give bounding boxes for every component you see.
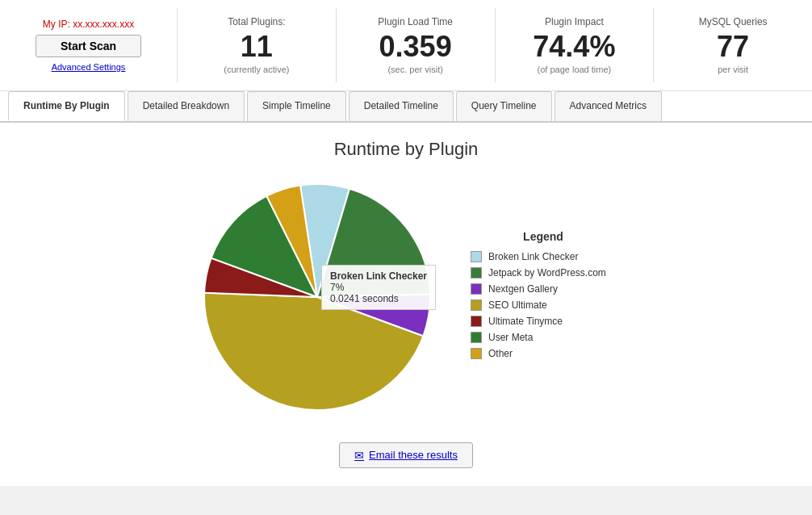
tabs-bar: Runtime By PluginDetailed BreakdownSimpl…	[0, 91, 812, 123]
legend-item-0: Broken Link Checker	[471, 251, 616, 262]
legend-label-0: Broken Link Checker	[488, 251, 578, 262]
legend-title: Legend	[471, 230, 616, 243]
legend-items: Broken Link Checker Jetpack by WordPress…	[471, 251, 616, 359]
email-btn-row: ✉ Email these results	[16, 442, 796, 468]
stat-sub-2: (of page load time)	[538, 65, 612, 74]
legend-swatch-5	[471, 332, 482, 343]
tab-query-timeline[interactable]: Query Timeline	[456, 91, 552, 121]
chart-title: Runtime by Plugin	[16, 139, 796, 160]
advanced-settings-link[interactable]: Advanced Settings	[52, 62, 126, 72]
tab-detailed-breakdown[interactable]: Detailed Breakdown	[128, 91, 245, 121]
legend-label-5: User Meta	[488, 332, 533, 343]
chart-area: Broken Link Checker 7% 0.0241 seconds Le…	[16, 176, 796, 418]
pie-container: Broken Link Checker 7% 0.0241 seconds	[196, 176, 438, 418]
legend-item-4: Ultimate Tinymce	[471, 316, 616, 327]
legend-swatch-2	[471, 283, 482, 295]
legend-item-6: Other	[471, 348, 616, 359]
stat-box-3: MySQL Queries 77 per visit	[654, 8, 812, 82]
tab-advanced-metrics[interactable]: Advanced Metrics	[555, 91, 662, 121]
my-ip-label: My IP: xx.xxx.xxx.xxx	[43, 19, 134, 30]
legend-label-2: Nextgen Gallery	[488, 283, 558, 295]
legend-swatch-4	[471, 316, 482, 327]
tab-simple-timeline[interactable]: Simple Timeline	[247, 91, 346, 121]
legend-item-5: User Meta	[471, 332, 616, 343]
my-ip-box: My IP: xx.xxx.xxx.xxx Start Scan Advance…	[0, 8, 178, 82]
legend: Legend Broken Link Checker Jetpack by Wo…	[471, 230, 616, 364]
email-label: Email these results	[369, 449, 458, 461]
legend-item-3: SEO Ultimate	[471, 299, 616, 311]
stat-sub-1: (sec. per visit)	[387, 65, 442, 74]
tab-runtime-by-plugin[interactable]: Runtime By Plugin	[8, 91, 125, 121]
stat-box-2: Plugin Impact 74.4% (of page load time)	[496, 8, 655, 82]
legend-swatch-1	[471, 267, 482, 278]
legend-label-4: Ultimate Tinymce	[488, 316, 563, 327]
email-button[interactable]: ✉ Email these results	[339, 442, 473, 468]
stat-label-1: Plugin Load Time	[378, 16, 453, 27]
legend-label-1: Jetpack by WordPress.com	[488, 267, 606, 278]
legend-swatch-0	[471, 251, 482, 262]
main-content: Runtime by Plugin Broken Link Checker 7%…	[0, 123, 812, 486]
stat-label-2: Plugin Impact	[545, 16, 604, 27]
stat-box-0: Total Plugins: 11 (currently active)	[178, 8, 337, 82]
tab-detailed-timeline[interactable]: Detailed Timeline	[349, 91, 454, 121]
start-scan-button[interactable]: Start Scan	[36, 35, 141, 57]
stat-label-3: MySQL Queries	[699, 16, 768, 27]
legend-item-2: Nextgen Gallery	[471, 283, 616, 295]
stat-value-2: 74.4%	[533, 31, 615, 63]
stat-sub-3: per visit	[718, 65, 748, 74]
legend-item-1: Jetpack by WordPress.com	[471, 267, 616, 278]
stat-value-0: 11	[241, 31, 273, 63]
pie-chart	[196, 176, 438, 418]
stat-label-0: Total Plugins:	[228, 16, 285, 27]
stat-value-3: 77	[717, 31, 749, 63]
legend-swatch-6	[471, 348, 482, 359]
legend-swatch-3	[471, 299, 482, 311]
top-bar: My IP: xx.xxx.xxx.xxx Start Scan Advance…	[0, 0, 812, 91]
stat-value-1: 0.359	[379, 31, 452, 63]
legend-label-6: Other	[488, 348, 513, 359]
email-icon: ✉	[354, 449, 364, 462]
stat-box-1: Plugin Load Time 0.359 (sec. per visit)	[337, 8, 496, 82]
legend-label-3: SEO Ultimate	[488, 299, 547, 311]
stat-sub-0: (currently active)	[224, 65, 289, 74]
